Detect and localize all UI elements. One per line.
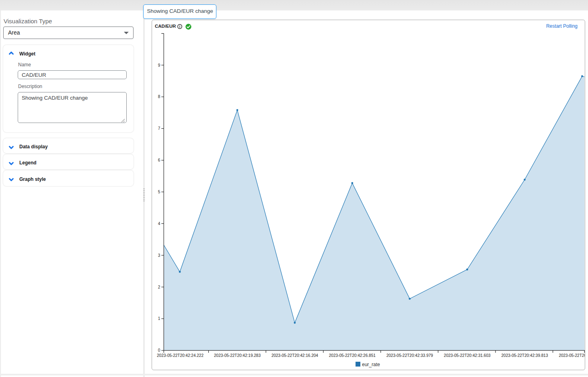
svg-text:2023-05-22T20:42:16.204: 2023-05-22T20:42:16.204 bbox=[271, 353, 318, 358]
svg-text:3: 3 bbox=[158, 253, 160, 258]
svg-text:8: 8 bbox=[158, 94, 160, 99]
svg-text:5: 5 bbox=[158, 190, 160, 194]
svg-text:2023-05-22T20:42:31.603: 2023-05-22T20:42:31.603 bbox=[444, 353, 491, 358]
svg-text:2023-05-22T20:42:40.555: 2023-05-22T20:42:40.555 bbox=[559, 353, 585, 358]
svg-text:2023-05-22T20:42:26.851: 2023-05-22T20:42:26.851 bbox=[329, 353, 376, 358]
svg-text:1: 1 bbox=[158, 316, 160, 321]
svg-text:6: 6 bbox=[158, 158, 160, 162]
svg-text:9: 9 bbox=[158, 63, 160, 68]
svg-text:0: 0 bbox=[158, 348, 160, 352]
svg-text:7: 7 bbox=[158, 126, 160, 131]
svg-text:2023-05-22T20:42:24.222: 2023-05-22T20:42:24.222 bbox=[157, 353, 204, 358]
svg-text:2023-05-22T20:42:33.979: 2023-05-22T20:42:33.979 bbox=[387, 353, 433, 358]
svg-text:2023-05-22T20:42:19.283: 2023-05-22T20:42:19.283 bbox=[214, 353, 261, 358]
svg-text:2: 2 bbox=[158, 285, 160, 289]
svg-text:4: 4 bbox=[158, 221, 160, 226]
svg-text:2023-05-22T20:42:39.813: 2023-05-22T20:42:39.813 bbox=[502, 353, 548, 358]
